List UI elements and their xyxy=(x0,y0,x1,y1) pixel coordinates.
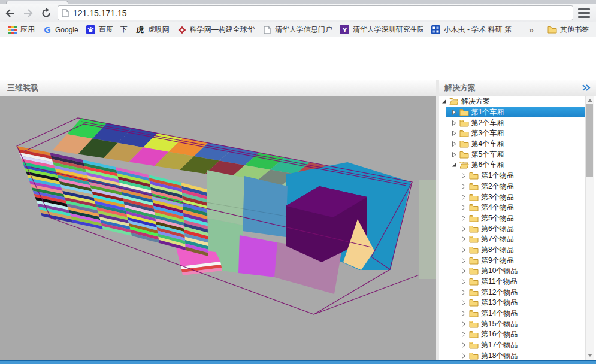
tree-item-第2个物品[interactable]: 第2个物品 xyxy=(439,181,596,192)
tree-item-第8个物品[interactable]: 第8个物品 xyxy=(439,245,596,256)
tree-item-第4个物品[interactable]: 第4个物品 xyxy=(439,202,596,213)
tree-item-第12个物品[interactable]: 第12个物品 xyxy=(439,287,596,298)
tree-item-解决方案[interactable]: 解决方案 xyxy=(439,96,596,107)
bookmarks-separator xyxy=(540,25,540,35)
expand-arrow-icon[interactable] xyxy=(452,120,459,126)
expand-arrow-icon[interactable] xyxy=(452,152,459,157)
tree-item-第14个物品[interactable]: 第14个物品 xyxy=(439,308,596,319)
tree-item-label: 第2个物品 xyxy=(481,181,514,192)
closed-folder-icon xyxy=(459,129,469,137)
svg-text:Y: Y xyxy=(342,26,348,34)
expand-arrow-icon[interactable] xyxy=(461,353,468,359)
bookmark-item[interactable]: 清华大学信息门户 xyxy=(262,25,332,35)
expand-arrow-icon[interactable] xyxy=(461,247,468,253)
tree-item-label: 第12个物品 xyxy=(481,287,518,298)
bookmark-item[interactable]: 小木虫 - 学术 科研 第 xyxy=(431,25,512,35)
bookmark-item[interactable]: 百度一下 xyxy=(86,25,128,35)
scrollbar-thumb[interactable] xyxy=(586,104,593,177)
expand-arrow-icon[interactable] xyxy=(461,279,468,284)
baidu-paw-icon xyxy=(86,25,96,35)
tree-item-第9个物品[interactable]: 第9个物品 xyxy=(439,255,596,266)
expand-arrow-icon[interactable] xyxy=(461,290,468,295)
bookmark-item[interactable]: 科学网—构建全球华 xyxy=(177,25,255,35)
tree-item-第3个物品[interactable]: 第3个物品 xyxy=(439,192,596,202)
refresh-button[interactable] xyxy=(38,5,54,21)
tree-item-第18个物品[interactable]: 第18个物品 xyxy=(439,351,596,362)
expand-arrow-icon[interactable] xyxy=(461,226,468,232)
closed-folder-icon xyxy=(469,320,479,328)
tree-item-第7个物品[interactable]: 第7个物品 xyxy=(439,234,596,245)
solution-panel-title: 解决方案 xyxy=(444,83,476,93)
tree-item-第16个物品[interactable]: 第16个物品 xyxy=(439,329,596,340)
menu-button[interactable] xyxy=(578,8,590,18)
expand-arrow-icon[interactable] xyxy=(461,342,468,348)
tree-item-第11个物品[interactable]: 第11个物品 xyxy=(439,277,596,287)
bookmark-item[interactable]: Y清华大学深圳研究生院 xyxy=(340,25,423,35)
bookmarks-overflow-chevron[interactable]: » xyxy=(529,25,534,35)
tree-item-第17个物品[interactable]: 第17个物品 xyxy=(439,340,596,351)
tree-item-第1个车厢[interactable]: 第1个车厢 xyxy=(446,107,586,118)
expand-arrow-icon[interactable] xyxy=(461,321,468,327)
expand-arrow-icon[interactable] xyxy=(461,173,468,178)
expand-arrow-icon[interactable] xyxy=(461,268,468,274)
tree-item-label: 第11个物品 xyxy=(481,277,517,287)
expand-arrow-icon[interactable] xyxy=(461,195,468,200)
bookmark-label: 百度一下 xyxy=(99,25,128,35)
refresh-icon xyxy=(41,8,52,19)
apps-grid-icon xyxy=(8,25,17,35)
address-bar[interactable]: 121.15.171.15 xyxy=(58,5,573,20)
forward-button[interactable] xyxy=(20,5,36,21)
tree-item-第6个物品[interactable]: 第6个物品 xyxy=(439,223,596,234)
tree-item-第4个车厢[interactable]: 第4个车厢 xyxy=(439,139,596,150)
tree-item-第13个物品[interactable]: 第13个物品 xyxy=(439,298,596,308)
expand-arrow-icon[interactable] xyxy=(461,300,468,305)
google-g-icon: G xyxy=(43,25,52,35)
closed-folder-icon xyxy=(469,246,479,254)
other-bookmarks-button[interactable]: 其他书签 xyxy=(547,25,589,35)
expand-arrow-icon[interactable] xyxy=(452,141,459,147)
bottom-border-bar xyxy=(0,360,596,364)
closed-folder-icon xyxy=(469,214,479,222)
expand-arrow-icon[interactable] xyxy=(461,258,468,263)
expand-arrow-icon[interactable] xyxy=(452,110,459,115)
bookmark-item[interactable]: 虎虎嗅网 xyxy=(135,25,170,35)
main-area: 三维装载 解决方案 解决方案第1个车厢第2个车厢第3个车厢第4个车厢第5个车厢第… xyxy=(0,80,596,361)
tree-item-第5个物品[interactable]: 第5个物品 xyxy=(439,213,596,224)
closed-folder-icon xyxy=(459,151,469,159)
tree-item-label: 第5个车厢 xyxy=(471,150,504,160)
tree-item-第1个物品[interactable]: 第1个物品 xyxy=(439,171,596,181)
scroll-up-arrow[interactable] xyxy=(586,96,594,104)
expand-arrow-icon[interactable] xyxy=(452,131,459,136)
3d-scene-viewport[interactable] xyxy=(0,96,436,361)
tree-item-第6个车厢[interactable]: 第6个车厢 xyxy=(439,160,596,171)
expand-arrow-icon[interactable] xyxy=(461,332,468,337)
expand-arrow-icon[interactable] xyxy=(461,216,468,221)
expand-arrow-icon[interactable] xyxy=(461,236,468,242)
tree-item-label: 第6个车厢 xyxy=(471,160,504,170)
viewer-panel-title: 三维装载 xyxy=(7,83,38,93)
closed-folder-icon xyxy=(459,119,469,127)
expand-arrow-icon[interactable] xyxy=(461,311,468,316)
tree-item-label: 第5个物品 xyxy=(481,213,514,223)
collapse-arrow-icon[interactable] xyxy=(452,162,459,168)
scroll-down-arrow[interactable] xyxy=(586,351,594,359)
collapse-panel-icon[interactable] xyxy=(582,84,591,92)
collapse-arrow-icon[interactable] xyxy=(441,99,449,104)
folder-icon xyxy=(547,25,557,35)
solution-tree: 解决方案第1个车厢第2个车厢第3个车厢第4个车厢第5个车厢第6个车厢第1个物品第… xyxy=(439,96,596,361)
red-diamond-icon xyxy=(177,25,187,35)
tree-item-第10个物品[interactable]: 第10个物品 xyxy=(439,266,596,277)
expand-arrow-icon[interactable] xyxy=(461,184,468,189)
back-icon xyxy=(5,8,16,18)
tree-item-第3个车厢[interactable]: 第3个车厢 xyxy=(439,128,596,139)
solution-panel-header: 解决方案 xyxy=(439,80,596,96)
bookmark-item[interactable]: GGoogle xyxy=(43,25,78,35)
tree-item-第15个物品[interactable]: 第15个物品 xyxy=(439,318,596,329)
closed-folder-icon xyxy=(469,267,479,275)
back-button[interactable] xyxy=(2,5,18,21)
tree-item-第2个车厢[interactable]: 第2个车厢 xyxy=(439,117,596,128)
tree-item-第5个车厢[interactable]: 第5个车厢 xyxy=(439,149,596,160)
tree-scrollbar[interactable] xyxy=(585,96,594,361)
bookmark-item[interactable]: 应用 xyxy=(8,25,35,35)
expand-arrow-icon[interactable] xyxy=(461,205,468,210)
